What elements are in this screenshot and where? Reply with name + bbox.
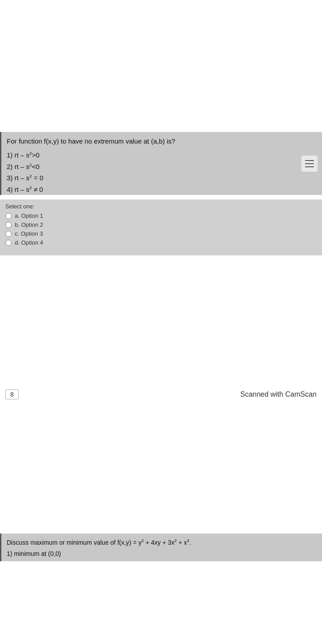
page-number-badge: 8 bbox=[5, 390, 19, 399]
question-options-list: 1) rt – s2>0 2) rt – s2<0 3) rt – s2 = 0… bbox=[7, 149, 317, 195]
radio-input-b[interactable] bbox=[5, 222, 12, 228]
radio-label-a: a. Option 1 bbox=[15, 212, 43, 219]
hamburger-line-1 bbox=[305, 160, 314, 161]
next-question-card: Discuss maximum or minimum value of f(x,… bbox=[0, 534, 322, 561]
question-option-2: 2) rt – s2<0 bbox=[7, 161, 317, 173]
radio-input-d[interactable] bbox=[5, 240, 12, 246]
question-option-4: 4) rt – s2 ≠ 0 bbox=[7, 184, 317, 195]
question-title: For function f(x,y) to have no extremum … bbox=[7, 136, 317, 146]
radio-label-c: c. Option 3 bbox=[15, 230, 43, 237]
question-card: For function f(x,y) to have no extremum … bbox=[0, 132, 322, 195]
radio-option-b[interactable]: b. Option 2 bbox=[5, 221, 317, 228]
hamburger-menu-icon[interactable] bbox=[301, 156, 318, 172]
page-container: For function f(x,y) to have no extremum … bbox=[0, 0, 322, 644]
middle-white-space bbox=[0, 255, 322, 385]
radio-label-d: d. Option 4 bbox=[15, 239, 43, 246]
next-question-sub: 1) minimum at (0,0) bbox=[7, 549, 317, 559]
top-white-space bbox=[0, 0, 322, 132]
watermark-text: Scanned with CamScan bbox=[240, 390, 317, 398]
radio-input-a[interactable] bbox=[5, 213, 12, 219]
select-section: Select one: a. Option 1 b. Option 2 c. O… bbox=[0, 199, 322, 255]
hamburger-line-2 bbox=[305, 163, 314, 164]
lower-white-space bbox=[0, 404, 322, 534]
radio-option-c[interactable]: c. Option 3 bbox=[5, 230, 317, 237]
hamburger-line-3 bbox=[305, 166, 314, 167]
bottom-bar: 8 Scanned with CamScan bbox=[0, 385, 322, 404]
next-question-title: Discuss maximum or minimum value of f(x,… bbox=[7, 538, 317, 547]
select-label: Select one: bbox=[5, 203, 317, 210]
radio-option-d[interactable]: d. Option 4 bbox=[5, 239, 317, 246]
radio-label-b: b. Option 2 bbox=[15, 221, 43, 228]
radio-input-c[interactable] bbox=[5, 231, 12, 237]
question-option-1: 1) rt – s2>0 bbox=[7, 149, 317, 161]
question-option-3: 3) rt – s2 = 0 bbox=[7, 172, 317, 184]
radio-option-a[interactable]: a. Option 1 bbox=[5, 212, 317, 219]
